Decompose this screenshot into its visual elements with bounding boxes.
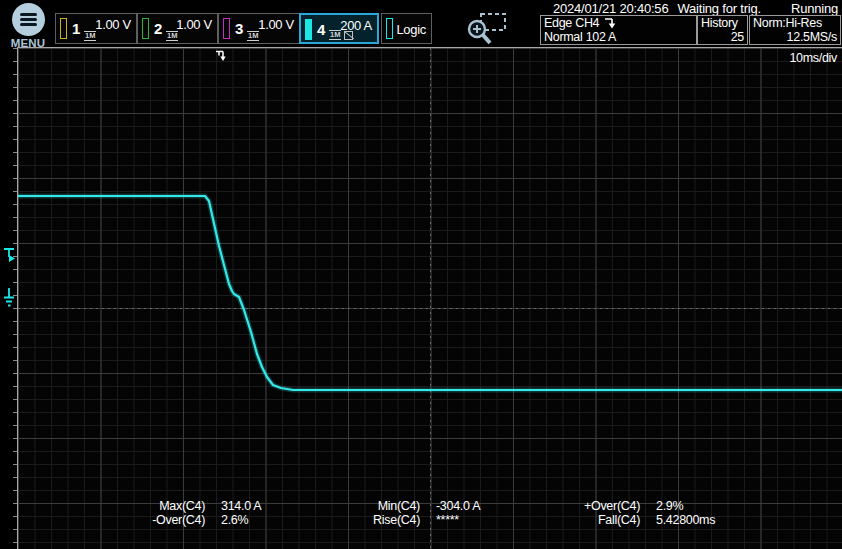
ground-level-marker [3,288,16,312]
measurement-label: Fall(C4) [500,514,640,528]
measurement-min: Min(C4) -304.0 A [280,500,480,514]
trigger-position-marker[interactable] [215,49,228,67]
measurement-fall: Fall(C4) 5.42800ms [500,514,715,528]
measurement-value: ***** [436,514,459,528]
channel-1-color-bar [60,18,67,39]
channel-2-scale: 1.00 V [176,17,212,32]
waveform-display[interactable]: 10ms/div [17,47,842,549]
logic-button[interactable]: Logic [381,13,432,44]
acquisition-box[interactable]: Norm:Hi-Res 12.5MS/s [749,15,841,45]
measurement-value: 2.9% [656,500,683,514]
timebase-label: 10ms/div [789,51,837,65]
channel-1-scale: 1.00 V [95,17,131,32]
measurement-max: Max(C4) 314.0 A [60,500,261,514]
measurement-value: 314.0 A [221,500,261,514]
ch4-waveform-trace [18,48,842,549]
measurement-label: Max(C4) [60,500,205,514]
channel-1-number: 1 [72,20,80,37]
measurement-value: -304.0 A [436,500,480,514]
measurement-rise: Rise(C4) ***** [280,514,459,528]
trigger-mode: Edge CH4 [544,16,599,30]
status-bar: 2024/01/21 20:40:56Waiting for trig.Runn… [544,1,838,16]
logic-label: Logic [396,22,426,37]
channel-2-number: 2 [154,20,162,37]
impedance-icon: 1M [166,31,178,41]
measurement-label: -Over(C4) [60,514,205,528]
zoom-search-tool[interactable] [464,12,508,50]
measurement-value: 5.42800ms [656,514,715,528]
channel-3-number: 3 [235,20,243,37]
measurement-pos-overshoot: +Over(C4) 2.9% [500,500,683,514]
channel-4-number: 4 [317,21,325,38]
channel-2-color-bar [142,18,149,39]
measurement-label: Rise(C4) [280,514,420,528]
channel-4-color-bar [305,19,312,40]
trigger-settings-box[interactable]: Edge CH4 Normal 102 A [540,15,697,45]
impedance-icon: 1M [84,31,96,41]
magnifier-icon [464,12,508,46]
measurement-label: +Over(C4) [500,500,640,514]
logic-color-bar [386,18,393,39]
impedance-icon: 1M [329,30,341,40]
falling-edge-icon [604,17,616,30]
sample-rate: 12.5MS/s [753,30,837,44]
current-probe-icon [344,31,353,40]
channel-2-button[interactable]: 2 1.00 V 1M [137,13,218,44]
channel-4-button[interactable]: 4 200 A 1M [299,13,379,44]
datetime: 2024/01/21 20:40:56 [553,1,668,16]
measurement-neg-overshoot: -Over(C4) 2.6% [60,514,248,528]
history-count: 25 [701,30,744,44]
menu-button[interactable]: MENU [6,3,50,49]
channel-1-button[interactable]: 1 1.00 V 1M [55,13,137,44]
trigger-level-marker[interactable] [3,247,16,267]
measurement-label: Min(C4) [280,500,420,514]
channel-3-button[interactable]: 3 1.00 V 1M [218,13,300,44]
channel-3-color-bar [223,18,230,39]
history-label: History [701,16,744,30]
trigger-status: Waiting for trig. [677,1,761,16]
impedance-icon: 1M [247,31,259,41]
trigger-detail: Normal 102 A [544,30,693,44]
run-status: Running [791,1,838,16]
measurement-value: 2.6% [221,514,248,528]
acquisition-mode: Norm:Hi-Res [753,16,837,30]
hamburger-icon [12,3,45,36]
history-box[interactable]: History 25 [697,15,748,45]
channel-3-scale: 1.00 V [258,17,294,32]
